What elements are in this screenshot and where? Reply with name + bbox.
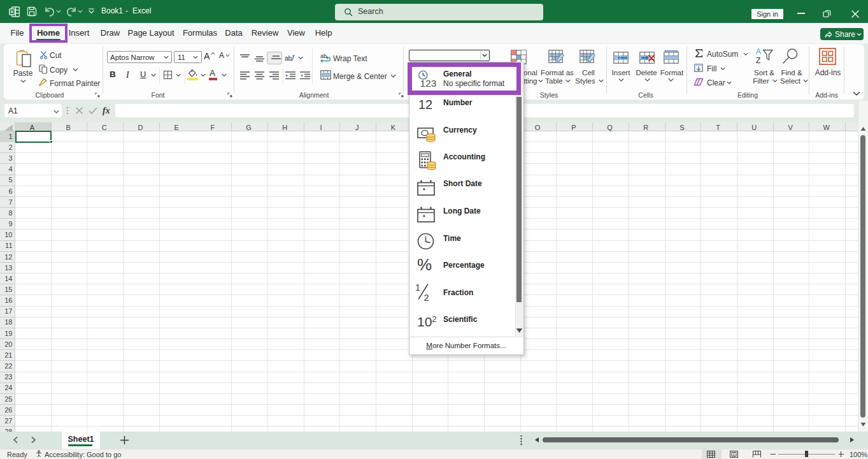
svg-text:1: 1 xyxy=(415,282,420,293)
svg-text:123: 123 xyxy=(420,78,437,89)
svg-text:ab: ab xyxy=(320,53,327,59)
svg-text:ab: ab xyxy=(285,55,292,62)
svg-text:2: 2 xyxy=(424,293,429,302)
svg-text:A: A xyxy=(756,48,761,56)
svg-text:Z: Z xyxy=(756,56,760,64)
